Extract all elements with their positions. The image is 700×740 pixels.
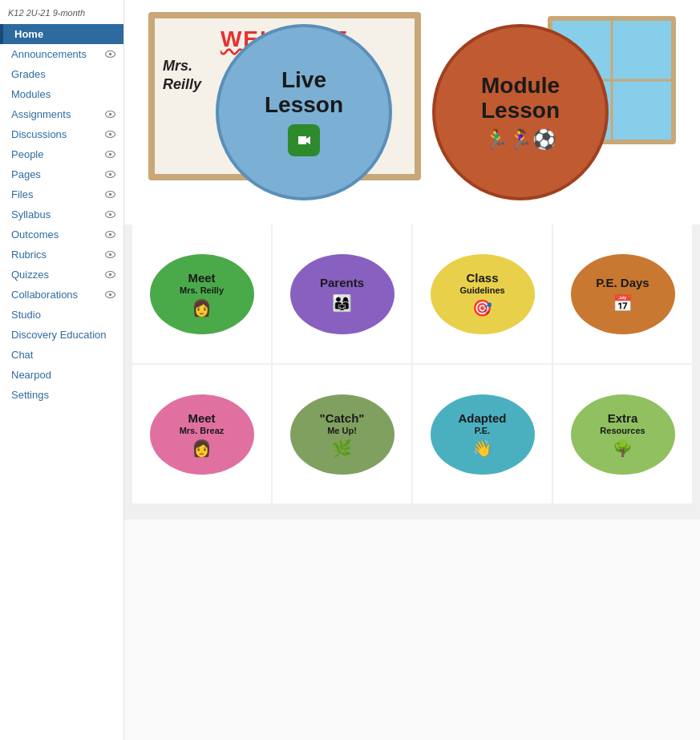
sidebar-item-label-grades: Grades (11, 68, 115, 80)
sidebar-item-label-discovery: Discovery Education (11, 329, 115, 341)
sidebar-item-label-collaborations: Collaborations (11, 289, 102, 301)
svg-point-3 (109, 112, 112, 115)
sidebar-item-discovery[interactable]: Discovery Education (0, 325, 123, 345)
sidebar-item-label-people: People (11, 148, 102, 160)
sidebar-item-label-assignments: Assignments (11, 108, 102, 120)
sidebar-item-home[interactable]: Home (0, 24, 123, 44)
grid-cell-meet-reilly[interactable]: Meet Mrs. Reilly 👩 (132, 224, 271, 363)
grid-cell-parents[interactable]: Parents 👨‍👩‍👧 (273, 224, 411, 363)
parents-icon: 👨‍👩‍👧 (332, 293, 352, 313)
sidebar-item-chat[interactable]: Chat (0, 345, 123, 365)
sidebar-item-people[interactable]: People (0, 144, 123, 164)
sidebar-item-label-nearpod: Nearpod (11, 369, 115, 381)
adapted-pe-title: Adapted (459, 411, 507, 426)
svg-point-9 (109, 172, 112, 176)
sidebar-item-label-chat: Chat (11, 349, 115, 361)
sidebar-item-nearpod[interactable]: Nearpod (0, 365, 123, 385)
main-content: WELCOME Mrs.Reilly On your P.E. DAYS... … (124, 0, 700, 740)
grid-cell-class-guidelines[interactable]: Class Guidelines 🎯 (413, 224, 552, 363)
sidebar-item-icon-people (105, 149, 115, 160)
sidebar-item-label-settings: Settings (11, 389, 115, 401)
adapted-pe-subtitle: P.E. (475, 426, 490, 435)
zoom-icon (288, 124, 320, 156)
grid-cell-extra-resources[interactable]: Extra Resources 🌳 (553, 365, 692, 503)
sidebar-item-modules[interactable]: Modules (0, 84, 123, 104)
sidebar-item-settings[interactable]: Settings (0, 385, 123, 405)
guidelines-icon: 🎯 (472, 298, 492, 317)
catch-me-up-subtitle: Me Up! (327, 426, 357, 435)
sidebar-item-icon-files (105, 189, 115, 200)
adapted-pe-oval: Adapted P.E. 👋 (431, 394, 535, 475)
sidebar-item-label-studio: Studio (11, 309, 115, 321)
sidebar-item-studio[interactable]: Studio (0, 305, 123, 325)
meet-reilly-subtitle: Mrs. Reilly (180, 285, 224, 295)
sidebar-item-quizzes[interactable]: Quizzes (0, 265, 123, 285)
course-label: K12 2U-21 9-month (0, 5, 123, 24)
catch-me-up-oval: "Catch" Me Up! 🌿 (290, 394, 395, 475)
grid-cell-catch-me-up[interactable]: "Catch" Me Up! 🌿 (273, 365, 411, 503)
svg-point-19 (109, 273, 112, 276)
grid-section: Meet Mrs. Reilly 👩 Parents 👨‍👩‍👧 Class G… (124, 224, 700, 520)
kids-icon: 🏃‍♂️🏃‍♀️⚽ (484, 128, 556, 151)
sidebar-item-icon-assignments (105, 109, 115, 120)
sidebar-item-label-rubrics: Rubrics (11, 249, 102, 261)
sidebar: K12 2U-21 9-month HomeAnnouncementsGrade… (0, 0, 124, 740)
sidebar-item-icon-outcomes (105, 229, 115, 241)
sidebar-item-label-syllabus: Syllabus (11, 208, 102, 220)
class-guidelines-subtitle: Guidelines (459, 285, 504, 295)
sidebar-item-announcements[interactable]: Announcements (0, 44, 123, 64)
meet-breaz-subtitle: Mrs. Breaz (180, 426, 225, 435)
svg-point-17 (109, 253, 112, 256)
meet-reilly-icon: 👩 (192, 298, 212, 317)
svg-marker-23 (298, 136, 306, 144)
class-guidelines-title: Class (466, 271, 498, 285)
class-guidelines-oval: Class Guidelines 🎯 (431, 254, 535, 334)
svg-point-7 (109, 152, 112, 156)
svg-point-5 (109, 132, 112, 135)
sidebar-item-discussions[interactable]: Discussions (0, 124, 123, 144)
sidebar-item-files[interactable]: Files (0, 184, 123, 204)
catch-me-up-title: "Catch" (320, 411, 365, 426)
sidebar-item-outcomes[interactable]: Outcomes (0, 224, 123, 245)
sidebar-item-label-pages: Pages (11, 168, 102, 180)
sidebar-item-label-announcements: Announcements (11, 48, 102, 60)
sidebar-item-collaborations[interactable]: Collaborations (0, 285, 123, 305)
sidebar-item-icon-pages (105, 169, 115, 180)
catch-me-up-icon: 🌿 (332, 439, 352, 458)
sidebar-item-icon-syllabus (105, 209, 115, 220)
extra-resources-oval: Extra Resources 🌳 (571, 394, 675, 475)
svg-point-13 (109, 212, 112, 216)
grid-cell-adapted-pe[interactable]: Adapted P.E. 👋 (413, 365, 552, 503)
pe-days-title: P.E. Days (596, 276, 649, 290)
sidebar-item-pages[interactable]: Pages (0, 164, 123, 184)
grid-cell-meet-breaz[interactable]: Meet Mrs. Breaz 👩 (132, 365, 271, 503)
sidebar-item-syllabus[interactable]: Syllabus (0, 204, 123, 224)
sidebar-item-label-home: Home (14, 28, 115, 40)
sidebar-item-icon-discussions (105, 129, 115, 140)
sidebar-item-label-quizzes: Quizzes (11, 269, 102, 281)
svg-point-21 (109, 293, 112, 296)
meet-breaz-title: Meet (188, 411, 215, 426)
sidebar-item-icon-quizzes (105, 269, 115, 281)
module-lesson-title: Module (481, 74, 560, 99)
sidebar-item-assignments[interactable]: Assignments (0, 104, 123, 124)
meet-reilly-oval: Meet Mrs. Reilly 👩 (150, 254, 254, 334)
live-lesson-button[interactable]: Live Lesson (216, 24, 392, 200)
module-lesson-button[interactable]: Module Lesson 🏃‍♂️🏃‍♀️⚽ (432, 24, 609, 200)
svg-point-1 (109, 52, 112, 55)
pe-days-oval: P.E. Days 📅 (571, 254, 675, 334)
sidebar-item-label-files: Files (11, 188, 102, 200)
meet-reilly-title: Meet (188, 271, 215, 285)
sidebar-item-grades[interactable]: Grades (0, 64, 123, 84)
module-lesson-subtitle: Lesson (481, 99, 560, 123)
meet-breaz-icon: 👩 (192, 439, 212, 458)
sidebar-item-label-outcomes: Outcomes (11, 228, 102, 241)
sidebar-item-label-modules: Modules (11, 88, 115, 100)
parents-title: Parents (320, 276, 364, 290)
extra-resources-title: Extra (608, 411, 638, 426)
meet-breaz-oval: Meet Mrs. Breaz 👩 (150, 394, 254, 475)
grid-cell-pe-days[interactable]: P.E. Days 📅 (553, 224, 692, 363)
pe-days-icon: 📅 (613, 293, 633, 313)
sidebar-item-label-discussions: Discussions (11, 128, 102, 140)
sidebar-item-rubrics[interactable]: Rubrics (0, 245, 123, 265)
